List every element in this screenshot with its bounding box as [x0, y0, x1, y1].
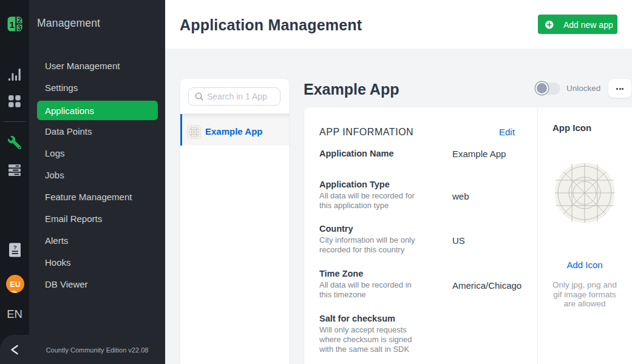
- svg-text:?: ?: [13, 244, 16, 251]
- svg-text:3: 3: [18, 24, 21, 32]
- svg-text:EU: EU: [10, 280, 20, 289]
- svg-text:1: 1: [9, 19, 14, 30]
- svg-text:2: 2: [18, 16, 21, 24]
